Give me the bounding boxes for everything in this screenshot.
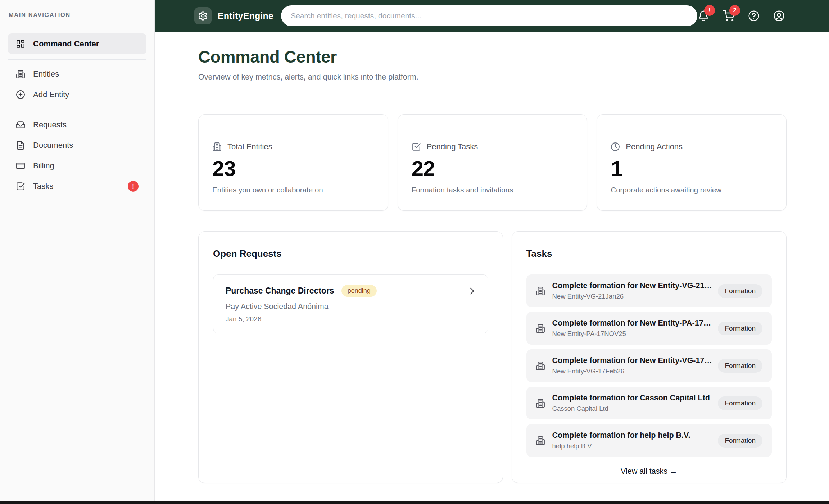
sidebar-item-add-entity[interactable]: Add Entity — [8, 84, 146, 105]
task-list: Complete formation for New Entity-VG-21J… — [526, 274, 772, 457]
sidebar-item-label: Add Entity — [33, 90, 69, 99]
task-title: Complete formation for New Entity-PA-17N… — [552, 319, 713, 328]
request-entity: Pay Active Sociedad Anónima — [226, 302, 476, 311]
building-icon — [16, 69, 25, 79]
sidebar-item-label: Billing — [33, 161, 54, 171]
building-icon — [536, 361, 545, 371]
building-icon — [536, 399, 545, 408]
open-requests-panel: Open Requests Purchase Change Directors … — [198, 231, 503, 483]
topbar-icons: ! 2 — [697, 10, 785, 22]
inbox-icon — [16, 120, 25, 130]
sidebar-item-documents[interactable]: Documents — [8, 135, 146, 155]
view-all-tasks-link[interactable]: View all tasks → — [526, 467, 772, 476]
panels-row: Open Requests Purchase Change Directors … — [198, 231, 787, 483]
sidebar-item-label: Command Center — [33, 39, 99, 49]
task-subtitle: help help B.V. — [552, 442, 690, 450]
task-item[interactable]: Complete formation for help help B.V. he… — [526, 424, 772, 457]
building-icon — [536, 436, 545, 445]
document-icon — [16, 141, 25, 150]
sidebar-divider — [8, 110, 146, 110]
sidebar: MAIN NAVIGATION Command Center Entities … — [0, 0, 155, 504]
task-item[interactable]: Complete formation for Casson Capital Lt… — [526, 387, 772, 419]
stat-value: 1 — [611, 158, 773, 180]
stat-caption: Entities you own or collaborate on — [212, 186, 374, 194]
arrow-right-icon[interactable] — [466, 286, 476, 296]
page-title: Command Center — [198, 47, 787, 67]
global-search-input[interactable] — [281, 5, 697, 26]
app-root: MAIN NAVIGATION Command Center Entities … — [0, 0, 829, 504]
sidebar-section-label: MAIN NAVIGATION — [8, 12, 146, 18]
task-title: Complete formation for Casson Capital Lt… — [552, 394, 710, 403]
task-title: Complete formation for help help B.V. — [552, 431, 690, 440]
building-icon — [536, 324, 545, 333]
cart-button[interactable]: 2 — [722, 10, 735, 22]
brand-name: EntityEngine — [218, 11, 273, 21]
status-badge: pending — [341, 285, 377, 297]
task-subtitle: New Entity-VG-21Jan26 — [552, 292, 713, 300]
tasks-panel: Tasks Complete formation for New Entity-… — [512, 231, 787, 483]
task-type-badge: Formation — [718, 396, 762, 410]
check-square-icon — [412, 142, 421, 151]
bottom-bar — [0, 501, 829, 504]
building-icon — [536, 286, 545, 296]
task-type-badge: Formation — [718, 434, 762, 448]
stat-caption: Corporate actions awaiting review — [611, 186, 773, 194]
stats-row: Total Entities 23 Entities you own or co… — [198, 114, 787, 211]
task-item[interactable]: Complete formation for New Entity-VG-17F… — [526, 349, 772, 382]
task-item[interactable]: Complete formation for New Entity-VG-21J… — [526, 274, 772, 307]
task-subtitle: Casson Capital Ltd — [552, 405, 710, 413]
stat-card-pending-tasks: Pending Tasks 22 Formation tasks and inv… — [398, 114, 588, 211]
user-circle-icon — [773, 10, 785, 22]
sidebar-item-billing[interactable]: Billing — [8, 155, 146, 176]
sidebar-divider — [8, 59, 146, 60]
main-column: EntityEngine ! 2 Co — [155, 0, 829, 504]
tasks-title: Tasks — [526, 248, 772, 259]
app-logo[interactable] — [194, 7, 212, 24]
dashboard-icon — [16, 39, 25, 49]
notifications-badge: ! — [704, 5, 715, 16]
check-square-icon — [16, 182, 25, 191]
page-subtitle: Overview of key metrics, alerts, and qui… — [198, 73, 787, 82]
request-date: Jan 5, 2026 — [226, 315, 476, 323]
sidebar-item-command-center[interactable]: Command Center — [8, 33, 146, 54]
sidebar-item-label: Entities — [33, 69, 59, 79]
notifications-button[interactable]: ! — [697, 10, 710, 22]
clock-icon — [611, 142, 620, 151]
request-title: Purchase Change Directors — [226, 286, 334, 296]
help-button[interactable] — [748, 10, 760, 22]
task-type-badge: Formation — [718, 284, 762, 298]
sidebar-item-tasks[interactable]: Tasks ! — [8, 176, 146, 196]
gear-icon — [198, 11, 208, 21]
sidebar-item-label: Requests — [33, 120, 67, 130]
task-subtitle: New Entity-PA-17NOV25 — [552, 330, 713, 338]
stat-caption: Formation tasks and invitations — [412, 186, 574, 194]
sidebar-nav: Command Center Entities Add Entity Reque… — [8, 33, 146, 196]
task-type-badge: Formation — [718, 322, 762, 335]
request-item[interactable]: Purchase Change Directors pending Pay Ac… — [213, 274, 488, 333]
stat-value: 22 — [412, 158, 574, 180]
task-type-badge: Formation — [718, 359, 762, 373]
task-item[interactable]: Complete formation for New Entity-PA-17N… — [526, 312, 772, 345]
stat-label: Pending Actions — [626, 142, 683, 151]
account-button[interactable] — [773, 10, 785, 22]
help-circle-icon — [748, 10, 760, 22]
stat-card-pending-actions: Pending Actions 1 Corporate actions awai… — [597, 114, 787, 211]
sidebar-item-requests[interactable]: Requests — [8, 114, 146, 135]
header-divider — [198, 96, 787, 96]
tasks-alert-badge: ! — [128, 181, 139, 192]
sidebar-item-label: Documents — [33, 141, 73, 150]
stat-card-total-entities: Total Entities 23 Entities you own or co… — [198, 114, 388, 211]
stat-value: 23 — [212, 158, 374, 180]
cart-badge: 2 — [729, 5, 740, 16]
page-content: Command Center Overview of key metrics, … — [155, 32, 829, 504]
task-subtitle: New Entity-VG-17Feb26 — [552, 367, 713, 375]
building-icon — [212, 142, 222, 151]
plus-circle-icon — [16, 90, 25, 99]
stat-label: Total Entities — [227, 142, 272, 151]
topbar: EntityEngine ! 2 — [155, 0, 829, 32]
sidebar-item-label: Tasks — [33, 182, 53, 191]
open-requests-title: Open Requests — [213, 248, 488, 259]
sidebar-item-entities[interactable]: Entities — [8, 64, 146, 84]
credit-card-icon — [16, 161, 25, 171]
task-title: Complete formation for New Entity-VG-21J… — [552, 281, 713, 290]
